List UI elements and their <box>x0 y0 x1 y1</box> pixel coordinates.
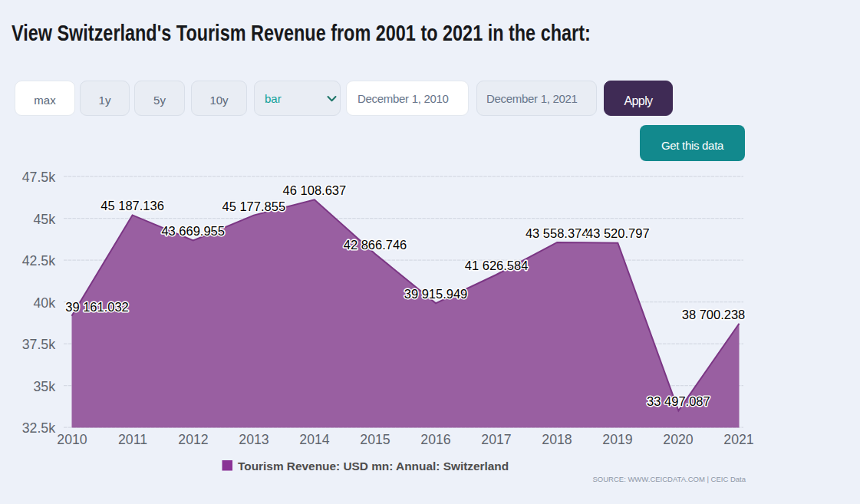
svg-text:46 108.637: 46 108.637 <box>283 183 347 197</box>
svg-text:39 915.949: 39 915.949 <box>404 287 468 301</box>
svg-text:2019: 2019 <box>602 432 632 447</box>
svg-text:2011: 2011 <box>118 432 147 447</box>
svg-text:45 177.855: 45 177.855 <box>222 199 286 213</box>
svg-text:Tourism Revenue: USD mn: Annua: Tourism Revenue: USD mn: Annual: Switzer… <box>238 460 509 473</box>
svg-text:47.5k: 47.5k <box>22 170 55 185</box>
svg-text:37.5k: 37.5k <box>22 337 55 352</box>
svg-text:2016: 2016 <box>420 432 451 447</box>
svg-text:45 187.136: 45 187.136 <box>100 199 164 212</box>
svg-text:2020: 2020 <box>663 432 694 447</box>
svg-text:38 700.238: 38 700.238 <box>682 308 746 321</box>
svg-text:45k: 45k <box>33 212 55 227</box>
svg-text:33 497.087: 33 497.087 <box>647 394 710 408</box>
svg-text:43 520.797: 43 520.797 <box>586 226 650 240</box>
svg-text:40k: 40k <box>33 295 55 311</box>
svg-text:39 161.032: 39 161.032 <box>65 300 129 314</box>
svg-text:43 558.374: 43 558.374 <box>526 226 589 240</box>
svg-text:2015: 2015 <box>360 432 390 447</box>
svg-text:2013: 2013 <box>239 432 269 447</box>
svg-text:2018: 2018 <box>542 432 572 447</box>
svg-text:2021: 2021 <box>723 432 753 447</box>
svg-text:2012: 2012 <box>178 432 208 447</box>
svg-text:2014: 2014 <box>299 432 330 447</box>
svg-text:2017: 2017 <box>481 432 511 447</box>
svg-text:41 626.584: 41 626.584 <box>465 259 529 272</box>
svg-text:2010: 2010 <box>57 432 87 447</box>
svg-text:43 669.955: 43 669.955 <box>161 224 225 238</box>
svg-text:42 866.746: 42 866.746 <box>344 238 407 252</box>
svg-text:SOURCE: WWW.CEICDATA.COM | CEI: SOURCE: WWW.CEICDATA.COM | CEIC Data <box>592 475 746 483</box>
svg-text:42.5k: 42.5k <box>22 253 55 268</box>
svg-text:35k: 35k <box>33 379 55 394</box>
svg-text:32.5k: 32.5k <box>22 420 55 436</box>
